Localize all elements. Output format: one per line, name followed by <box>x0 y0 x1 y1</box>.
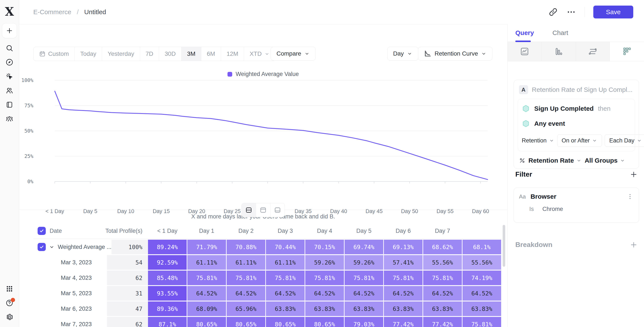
chart-type-tile-retention-chart[interactable] <box>610 42 644 61</box>
retention-cell: 71.79% <box>187 240 226 254</box>
chevron-down-icon <box>549 138 554 143</box>
sidebar-apps-grid-button[interactable] <box>5 285 14 293</box>
row-label-cell: Mar 4, 2023 <box>33 271 107 285</box>
range-label: 30D <box>164 50 176 57</box>
sidebar-users-button[interactable] <box>5 86 14 95</box>
flow-chart-icon <box>588 47 598 56</box>
tab-chart[interactable]: Chart <box>552 29 568 36</box>
retention-cell: 77.42% <box>384 317 422 327</box>
bucket-dropdown[interactable]: Each Day <box>605 134 644 147</box>
sidebar-cursor-click-button[interactable] <box>5 72 14 81</box>
chart-type-tile-bar-chart[interactable] <box>542 42 576 61</box>
range-label: XTD <box>250 50 262 57</box>
range-yesterday[interactable]: Yesterday <box>102 47 140 61</box>
retention-cell: 80.65% <box>266 317 304 327</box>
retention-cell: 69.74% <box>344 240 383 254</box>
split-view-button[interactable] <box>242 203 256 217</box>
range-30d[interactable]: 30D <box>159 47 181 61</box>
row-total-cell: 47 <box>107 302 148 316</box>
table-header-row: DateTotal Profile(s)< 1 DayDay 1Day 2Day… <box>33 223 502 239</box>
panel-tabbar: QueryChart <box>508 24 644 42</box>
range-custom[interactable]: Custom <box>34 47 74 61</box>
add-breakdown-icon[interactable] <box>630 241 638 249</box>
breadcrumb-current[interactable]: Untitled <box>84 8 106 16</box>
top-panel-icon <box>260 206 267 214</box>
table-scrollbar[interactable] <box>503 225 505 267</box>
row-label: Mar 3, 2023 <box>61 259 92 266</box>
notification-dot <box>11 298 15 302</box>
table-row: Mar 5, 20233193.55%64.52%64.52%64.52%64.… <box>33 286 502 301</box>
filter-operator[interactable]: Is <box>529 206 534 212</box>
date-column-header: Date <box>50 228 62 234</box>
day-column-header: Day 5 <box>344 228 383 234</box>
return-event-row[interactable]: Any event <box>522 119 631 128</box>
date-range-group: CustomTodayYesterday7D30D3M6M12MXTD <box>33 47 276 61</box>
sidebar-team-button[interactable] <box>5 115 14 123</box>
total-column-header: Total Profile(s) <box>105 228 148 234</box>
sidebar-settings-button[interactable] <box>5 313 14 322</box>
retention-cell: 64.52% <box>187 286 226 301</box>
apps-grid-icon <box>6 285 13 293</box>
retention-cell: 63.83% <box>344 302 383 316</box>
measure-dropdown[interactable]: Retention Rate <box>528 157 582 164</box>
app-logo[interactable]: X <box>5 0 14 23</box>
sidebar-compass-button[interactable] <box>5 58 14 66</box>
first-event-row[interactable]: Sign Up Completed then <box>522 104 631 113</box>
table-view-button[interactable] <box>270 203 284 217</box>
chart-type-tile-flow-chart[interactable] <box>576 42 610 61</box>
range-today[interactable]: Today <box>74 47 102 61</box>
retention-cell: 70.88% <box>226 240 265 254</box>
y-tick-label: 0% <box>27 179 33 184</box>
top-header: E-Commerce / Untitled Save <box>19 0 644 24</box>
day-column-header: Day 7 <box>423 228 462 234</box>
retention-cell: 64.52% <box>305 286 344 301</box>
kebab-menu-icon[interactable] <box>626 193 634 200</box>
granularity-label: Day <box>393 50 404 57</box>
row-checkbox[interactable] <box>38 243 46 251</box>
operator-dropdown[interactable]: On or After <box>557 134 602 147</box>
compare-label: Compare <box>276 50 301 57</box>
retention-mode-dropdown[interactable]: Retention <box>522 137 554 144</box>
then-label: then <box>598 105 610 112</box>
more-menu-icon[interactable] <box>566 7 576 17</box>
sidebar-help-button[interactable] <box>5 299 14 307</box>
new-item-button[interactable] <box>2 23 17 38</box>
range-7d[interactable]: 7D <box>140 47 159 61</box>
share-link-icon[interactable] <box>548 7 558 17</box>
range-label: 12M <box>226 50 238 57</box>
add-filter-icon[interactable] <box>630 170 638 179</box>
retention-cell: 57.41% <box>384 255 422 270</box>
sidebar-notebook-button[interactable] <box>5 100 14 109</box>
range-3m[interactable]: 3M <box>181 47 201 61</box>
row-label: Mar 4, 2023 <box>61 275 92 281</box>
retention-table: DateTotal Profile(s)< 1 DayDay 1Day 2Day… <box>33 223 502 327</box>
row-checkbox[interactable] <box>38 227 46 235</box>
range-label: Yesterday <box>108 50 134 57</box>
day-column-header: < 1 Day <box>148 228 187 234</box>
range-12m[interactable]: 12M <box>221 47 244 61</box>
split-view-icon <box>245 206 252 214</box>
series-title: Retention Rate of Sign Up Compl... <box>532 86 632 93</box>
save-button[interactable]: Save <box>593 5 633 18</box>
filter-property[interactable]: Browser <box>530 193 556 200</box>
row-label: Mar 5, 2023 <box>61 290 92 297</box>
legend-swatch <box>228 72 232 77</box>
tab-query[interactable]: Query <box>515 29 534 36</box>
breadcrumb-parent[interactable]: E-Commerce <box>33 8 71 16</box>
groups-dropdown[interactable]: All Groups <box>585 157 625 164</box>
retention-cell: 75.81% <box>384 271 422 285</box>
retention-cell: 65.96% <box>226 302 265 316</box>
chart-type-tile-line-chart[interactable] <box>508 42 542 61</box>
query-series-header[interactable]: A Retention Rate of Sign Up Compl... <box>518 84 635 94</box>
bucket-label: Each Day <box>609 137 634 144</box>
range-6m[interactable]: 6M <box>201 47 221 61</box>
line-chart-icon <box>520 47 529 56</box>
sidebar-search-button[interactable] <box>5 44 14 52</box>
table-row: Mar 3, 20235492.59%61.11%61.11%61.11%59.… <box>33 255 502 270</box>
compare-button[interactable]: Compare <box>271 47 316 60</box>
chart-type-dropdown[interactable]: Retention Curve <box>418 47 492 60</box>
granularity-dropdown[interactable]: Day <box>387 47 418 60</box>
day-column-header: Day 6 <box>384 228 422 234</box>
chart-view-button[interactable] <box>256 203 270 217</box>
filter-value[interactable]: Chrome <box>542 206 563 212</box>
